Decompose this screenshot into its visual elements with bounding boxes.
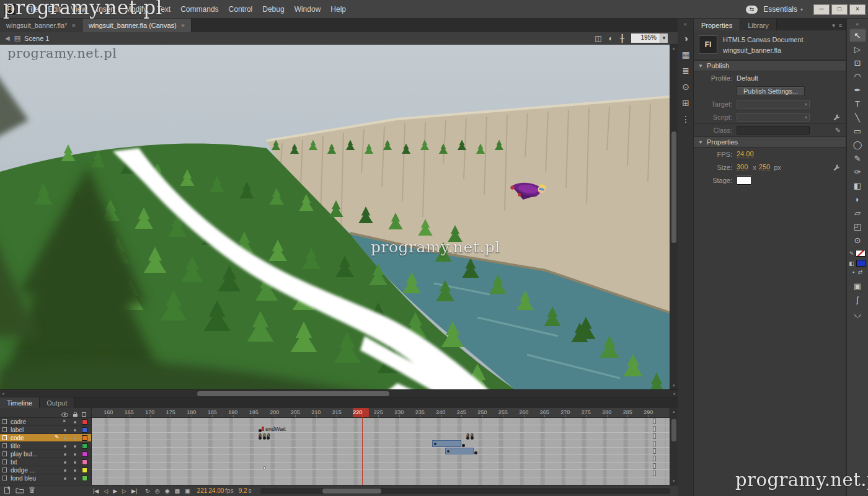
layer-row[interactable]: fond bleu bbox=[0, 474, 91, 482]
frame-row[interactable] bbox=[92, 418, 670, 425]
workspace-switcher[interactable]: Essentials▾ bbox=[763, 5, 803, 14]
current-frame-value[interactable]: 221 bbox=[197, 487, 208, 494]
playhead-line[interactable] bbox=[362, 408, 363, 485]
action-keyframe[interactable]: a bbox=[266, 433, 271, 440]
timeline-horizontal-scrollbar[interactable] bbox=[260, 488, 670, 494]
layer-visibility-dot[interactable] bbox=[64, 461, 66, 464]
layer-lock-dot[interactable] bbox=[74, 445, 76, 448]
frame-row[interactable] bbox=[92, 470, 670, 477]
tab-timeline[interactable]: Timeline bbox=[0, 397, 40, 408]
layer-row[interactable]: dodge ... bbox=[0, 466, 91, 474]
step-forward-button[interactable]: ▷ bbox=[121, 488, 128, 494]
layer-row[interactable]: code✎ bbox=[0, 434, 91, 442]
clip-icon[interactable]: ◫ bbox=[595, 34, 601, 43]
scrollbar-thumb[interactable] bbox=[671, 131, 676, 243]
layer-lock-dot[interactable] bbox=[74, 453, 76, 456]
scene-breadcrumb[interactable]: Scene 1 bbox=[24, 35, 49, 42]
scrollbar-thumb[interactable] bbox=[197, 391, 389, 396]
stage-width-value[interactable]: 300 bbox=[737, 163, 748, 171]
play-button[interactable]: ▶ bbox=[112, 488, 118, 494]
stage-horizontal-scrollbar[interactable]: ◂ ▸ bbox=[0, 389, 678, 397]
zoom-dropdown-icon[interactable]: ▼ bbox=[660, 33, 668, 43]
modify-markers-button[interactable]: ▣ bbox=[184, 488, 192, 494]
arc-tool[interactable]: ◡ bbox=[849, 306, 866, 320]
minimize-button[interactable]: ─ bbox=[813, 4, 830, 15]
frame-row[interactable]: aaaaa bbox=[92, 433, 670, 440]
menu-control[interactable]: Control bbox=[224, 5, 258, 14]
layer-visibility-dot[interactable] bbox=[64, 469, 66, 472]
new-folder-button[interactable] bbox=[16, 487, 24, 495]
layer-lock-dot[interactable] bbox=[74, 461, 76, 464]
pen-tool[interactable]: ✒ bbox=[849, 83, 866, 97]
layer-hidden-mark[interactable]: × bbox=[63, 418, 66, 424]
align-panel-icon[interactable]: ≣ bbox=[678, 63, 694, 79]
eyedropper-tool[interactable]: ◗ bbox=[849, 192, 866, 206]
frame-row[interactable] bbox=[92, 463, 670, 470]
menu-window[interactable]: Window bbox=[290, 5, 326, 14]
wrench-icon[interactable] bbox=[833, 113, 841, 121]
new-layer-button[interactable] bbox=[3, 486, 11, 496]
panel-dropdown-icon[interactable]: ▾ bbox=[832, 22, 835, 29]
oval-tool[interactable]: ◯ bbox=[849, 138, 866, 151]
timeline-ruler[interactable]: 1551601651701751801851901952002052102152… bbox=[92, 408, 670, 418]
swatches-panel-icon[interactable]: ▦ bbox=[678, 46, 694, 63]
timeline-vertical-scrollbar[interactable]: ▴ ▾ bbox=[670, 408, 678, 485]
close-icon[interactable]: × bbox=[181, 22, 185, 29]
frames-area[interactable]: 1551601651701751801851901952002052102152… bbox=[92, 408, 670, 485]
step-back-button[interactable]: ◁ bbox=[102, 488, 109, 494]
cc-sync-icon[interactable]: ⇆ bbox=[746, 6, 758, 14]
maximize-button[interactable]: □ bbox=[831, 4, 848, 15]
menu-file[interactable]: File bbox=[21, 5, 43, 14]
history-panel-icon[interactable]: ⋮ bbox=[678, 111, 694, 127]
camera-tool[interactable]: ▣ bbox=[849, 279, 866, 293]
layer-lock-dot[interactable] bbox=[74, 437, 76, 440]
stroke-color-swatch[interactable] bbox=[856, 250, 866, 257]
menu-debug[interactable]: Debug bbox=[257, 5, 289, 14]
layer-lock-dot[interactable] bbox=[74, 429, 76, 432]
paint-bucket-tool[interactable]: ◧ bbox=[849, 179, 866, 192]
wrench-icon[interactable] bbox=[833, 164, 841, 171]
back-arrow-icon[interactable]: ◀ bbox=[5, 35, 10, 42]
layer-row[interactable]: cadre× bbox=[0, 418, 91, 426]
expand-panels-icon[interactable]: « bbox=[678, 19, 693, 30]
delete-layer-button[interactable] bbox=[29, 486, 35, 495]
menu-modify[interactable]: Modify bbox=[120, 5, 152, 14]
loop-button[interactable]: ↻ bbox=[144, 488, 151, 494]
layer-row[interactable]: txt bbox=[0, 458, 91, 466]
layer-visibility-dot[interactable] bbox=[64, 445, 66, 448]
menu-insert[interactable]: Insert bbox=[92, 5, 120, 14]
close-icon[interactable]: × bbox=[71, 22, 75, 29]
layer-visibility-dot[interactable] bbox=[64, 453, 66, 456]
info-panel-icon[interactable]: ⊙ bbox=[678, 79, 694, 95]
scrollbar-thumb[interactable] bbox=[322, 489, 381, 494]
frame-rate-value[interactable]: 24.00 bbox=[208, 487, 224, 494]
frame-rows[interactable]: endWaitaaaaa bbox=[92, 418, 670, 485]
stage-canvas[interactable] bbox=[0, 45, 670, 389]
scrollbar-thumb[interactable] bbox=[671, 419, 676, 441]
publish-settings-button[interactable]: Publish Settings... bbox=[737, 86, 805, 96]
pencil-tool[interactable]: ✎ bbox=[849, 151, 866, 165]
properties-section-header[interactable]: ▼ Properties bbox=[694, 136, 846, 148]
edit-multiple-frames-button[interactable]: ▩ bbox=[174, 488, 182, 494]
tab-properties[interactable]: Properties bbox=[694, 19, 740, 30]
lasso-tool[interactable]: ◠ bbox=[849, 69, 866, 83]
last-frame-button[interactable]: ▶| bbox=[130, 488, 138, 494]
onion-outline-button[interactable]: ◉ bbox=[164, 488, 171, 494]
script-dropdown[interactable]: ▾ bbox=[737, 113, 810, 122]
keyframe[interactable] bbox=[461, 440, 466, 448]
layer-lock-dot[interactable] bbox=[74, 477, 76, 480]
target-dropdown[interactable]: ▾ bbox=[737, 100, 810, 108]
default-colors-icon[interactable]: ▪ bbox=[852, 269, 854, 275]
action-keyframe[interactable]: a bbox=[470, 433, 475, 440]
menu-edit[interactable]: Edit bbox=[43, 5, 66, 14]
collapse-tools-icon[interactable]: « bbox=[847, 19, 868, 29]
menu-help[interactable]: Help bbox=[326, 5, 351, 14]
document-tab[interactable]: wingsuit_banner.fla (Canvas)× bbox=[82, 19, 192, 32]
menu-commands[interactable]: Commands bbox=[175, 5, 223, 14]
brush-tool[interactable]: ✑ bbox=[849, 165, 866, 179]
keyframe[interactable] bbox=[474, 448, 479, 455]
tab-output[interactable]: Output bbox=[40, 397, 74, 408]
display-contrast-icon[interactable]: ◐ bbox=[609, 34, 613, 43]
stage[interactable]: programy.net.pl programy.net.pl bbox=[0, 45, 670, 389]
menu-view[interactable]: View bbox=[66, 5, 92, 14]
